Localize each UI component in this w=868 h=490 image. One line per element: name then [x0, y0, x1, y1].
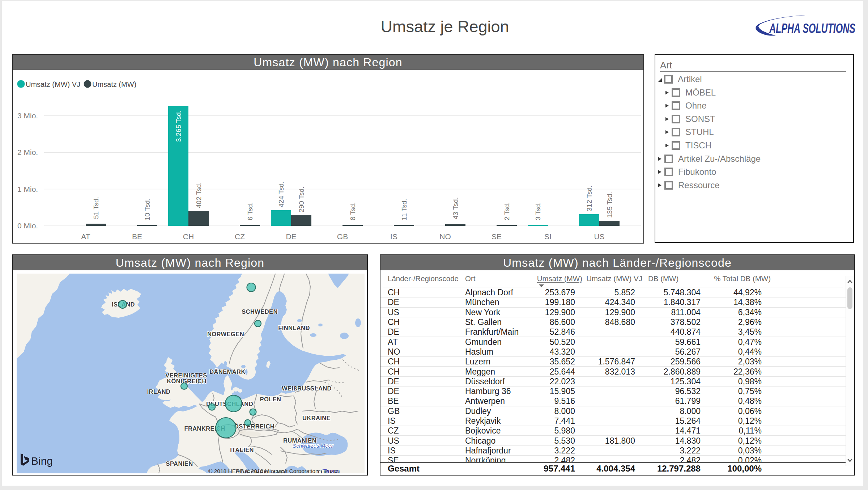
svg-text:3 Tsd.: 3 Tsd.: [534, 202, 542, 220]
svg-text:GB: GB: [337, 232, 348, 241]
svg-text:Umsatz (MW): Umsatz (MW): [92, 80, 136, 88]
svg-text:KÖNIGREICH: KÖNIGREICH: [167, 378, 206, 384]
svg-text:402 Tsd.: 402 Tsd.: [195, 182, 203, 208]
svg-text:312 Tsd.: 312 Tsd.: [586, 186, 593, 211]
svg-text:Bing: Bing: [31, 455, 53, 467]
svg-text:SE: SE: [492, 232, 502, 241]
svg-text:290 Tsd.: 290 Tsd.: [298, 187, 305, 212]
svg-text:UKRAINE: UKRAINE: [302, 415, 331, 421]
svg-text:© 2018 HERE,© 2018 Microsoft C: © 2018 HERE,© 2018 Microsoft Corporation…: [208, 468, 339, 473]
svg-text:0 Mio.: 0 Mio.: [17, 221, 38, 230]
svg-text:3.265 Tsd.: 3.265 Tsd.: [175, 110, 182, 142]
svg-text:CH: CH: [183, 232, 194, 241]
svg-text:11 Tsd.: 11 Tsd.: [400, 199, 408, 220]
svg-text:AT: AT: [81, 232, 90, 241]
svg-text:NORWEGEN: NORWEGEN: [207, 331, 244, 337]
svg-text:US: US: [594, 232, 604, 241]
svg-text:IS: IS: [390, 232, 397, 241]
svg-text:43 Tsd.: 43 Tsd.: [452, 197, 459, 219]
svg-text:ÖSTERREICH: ÖSTERREICH: [234, 423, 275, 430]
svg-text:IRLAND: IRLAND: [147, 388, 171, 395]
svg-text:POLEN: POLEN: [260, 396, 281, 402]
svg-text:ITALIEN: ITALIEN: [230, 447, 254, 453]
svg-text:SI: SI: [544, 232, 552, 241]
svg-text:1 Mio.: 1 Mio.: [17, 185, 38, 193]
svg-text:6 Tsd.: 6 Tsd.: [246, 202, 254, 220]
svg-text:2 Tsd.: 2 Tsd.: [503, 202, 511, 220]
svg-text:ALPHA SOLUTIONS: ALPHA SOLUTIONS: [769, 21, 855, 36]
svg-text:51 Tsd.: 51 Tsd.: [92, 197, 100, 219]
svg-text:Umsatz (MW) VJ: Umsatz (MW) VJ: [26, 80, 80, 88]
svg-text:FINNLAND: FINNLAND: [278, 325, 310, 331]
svg-text:SPANIEN: SPANIEN: [166, 460, 193, 467]
svg-text:2 Mio.: 2 Mio.: [17, 148, 38, 156]
svg-text:424 Tsd.: 424 Tsd.: [277, 182, 285, 207]
svg-text:10 Tsd.: 10 Tsd.: [144, 198, 151, 220]
svg-text:8 Tsd.: 8 Tsd.: [349, 202, 357, 220]
svg-text:NO: NO: [439, 232, 451, 241]
svg-text:DÄNEMARK: DÄNEMARK: [209, 368, 245, 375]
svg-text:BE: BE: [132, 232, 142, 241]
svg-text:DE: DE: [286, 232, 296, 241]
svg-text:CZ: CZ: [235, 232, 245, 241]
svg-text:Schwarzes Meer: Schwarzes Meer: [293, 443, 333, 449]
svg-text:3 Mio.: 3 Mio.: [17, 111, 38, 120]
svg-text:135 Tsd.: 135 Tsd.: [606, 192, 613, 218]
svg-text:WEIßRUSSLAND: WEIßRUSSLAND: [282, 385, 332, 392]
svg-text:SCHWEDEN: SCHWEDEN: [242, 308, 277, 315]
